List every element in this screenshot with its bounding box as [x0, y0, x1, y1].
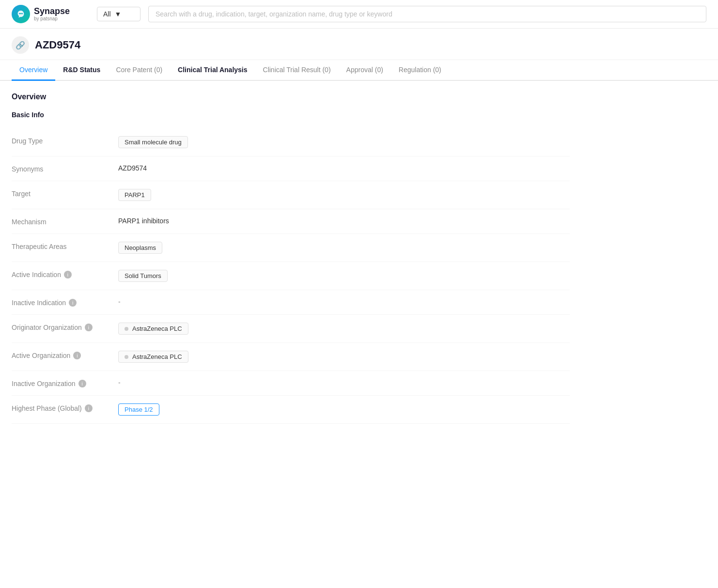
- tag-target[interactable]: PARP1: [118, 189, 151, 201]
- value-mechanism: PARP1 inhibitors: [118, 217, 570, 225]
- logo-text: Synapse by patsnap: [34, 7, 70, 22]
- logo-name: Synapse: [34, 7, 70, 16]
- info-row-inactive-indication: Inactive Indication i -: [12, 290, 570, 315]
- info-row-active-indication: Active Indication i Solid Tumors: [12, 262, 570, 290]
- info-row-drug-type: Drug Type Small molecule drug: [12, 128, 570, 156]
- tag-active-org[interactable]: AstraZeneca PLC: [118, 351, 188, 363]
- subsection-title: Basic Info: [12, 111, 570, 119]
- info-row-target: Target PARP1: [12, 181, 570, 209]
- label-highest-phase: Highest Phase (Global) i: [12, 403, 118, 412]
- org-dot-originator: [125, 327, 128, 331]
- app-header: Synapse by patsnap All ▼ Search with a d…: [0, 0, 718, 29]
- info-row-therapeutic-areas: Therapeutic Areas Neoplasms: [12, 234, 570, 262]
- tab-core-patent[interactable]: Core Patent (0): [108, 60, 170, 81]
- org-dot-active: [125, 355, 128, 359]
- search-input[interactable]: Search with a drug, indication, target, …: [148, 6, 706, 22]
- value-originator-org: AstraZeneca PLC: [118, 323, 570, 335]
- logo-area: Synapse by patsnap: [12, 5, 89, 23]
- tag-highest-phase[interactable]: Phase 1/2: [118, 403, 159, 416]
- info-icon-inactive-indication[interactable]: i: [69, 299, 77, 307]
- value-inactive-org: -: [118, 379, 570, 387]
- logo-icon: [12, 5, 30, 23]
- info-icon-active-org[interactable]: i: [73, 352, 81, 359]
- text-synonyms: AZD9574: [118, 164, 147, 172]
- info-row-active-org: Active Organization i AstraZeneca PLC: [12, 343, 570, 371]
- value-highest-phase: Phase 1/2: [118, 403, 570, 416]
- tab-clinical-trial-analysis[interactable]: Clinical Trial Analysis: [170, 60, 255, 81]
- label-drug-type: Drug Type: [12, 136, 118, 145]
- svg-point-2: [21, 13, 23, 15]
- info-icon-highest-phase[interactable]: i: [85, 404, 93, 412]
- tab-rd-status[interactable]: R&D Status: [55, 60, 108, 81]
- drug-header: 🔗 AZD9574: [0, 29, 718, 60]
- drug-icon: 🔗: [12, 36, 29, 54]
- text-inactive-org: -: [118, 379, 121, 387]
- tab-clinical-trial-result[interactable]: Clinical Trial Result (0): [255, 60, 339, 81]
- value-active-org: AstraZeneca PLC: [118, 351, 570, 363]
- svg-point-0: [19, 13, 20, 15]
- label-originator-org: Originator Organization i: [12, 323, 118, 331]
- text-inactive-indication: -: [118, 298, 121, 306]
- info-row-synonyms: Synonyms AZD9574: [12, 156, 570, 181]
- label-mechanism: Mechanism: [12, 217, 118, 226]
- text-mechanism: PARP1 inhibitors: [118, 217, 169, 225]
- info-row-inactive-org: Inactive Organization i -: [12, 371, 570, 396]
- tag-therapeutic-areas[interactable]: Neoplasms: [118, 242, 162, 254]
- label-synonyms: Synonyms: [12, 164, 118, 173]
- search-dropdown[interactable]: All ▼: [97, 7, 140, 21]
- dropdown-label: All: [103, 10, 111, 18]
- value-active-indication: Solid Tumors: [118, 270, 570, 282]
- tab-overview[interactable]: Overview: [12, 60, 55, 81]
- info-row-mechanism: Mechanism PARP1 inhibitors: [12, 209, 570, 234]
- info-row-originator-org: Originator Organization i AstraZeneca PL…: [12, 315, 570, 343]
- tag-active-indication[interactable]: Solid Tumors: [118, 270, 168, 282]
- tab-regulation[interactable]: Regulation (0): [391, 60, 449, 81]
- tag-originator-org[interactable]: AstraZeneca PLC: [118, 323, 188, 335]
- info-row-highest-phase: Highest Phase (Global) i Phase 1/2: [12, 396, 570, 424]
- value-inactive-indication: -: [118, 298, 570, 306]
- label-therapeutic-areas: Therapeutic Areas: [12, 242, 118, 250]
- svg-point-1: [20, 13, 22, 15]
- logo-sub: by patsnap: [34, 16, 70, 21]
- label-active-org: Active Organization i: [12, 351, 118, 359]
- value-therapeutic-areas: Neoplasms: [118, 242, 570, 254]
- info-icon-originator-org[interactable]: i: [85, 324, 93, 331]
- label-inactive-indication: Inactive Indication i: [12, 298, 118, 307]
- nav-tabs: Overview R&D Status Core Patent (0) Clin…: [0, 60, 718, 81]
- info-icon-active-indication[interactable]: i: [64, 271, 72, 279]
- info-icon-inactive-org[interactable]: i: [78, 380, 86, 387]
- label-inactive-org: Inactive Organization i: [12, 379, 118, 387]
- tag-drug-type: Small molecule drug: [118, 136, 188, 148]
- tab-approval[interactable]: Approval (0): [339, 60, 391, 81]
- value-synonyms: AZD9574: [118, 164, 570, 172]
- main-content: Overview Basic Info Drug Type Small mole…: [0, 81, 581, 443]
- drug-name: AZD9574: [35, 39, 80, 51]
- section-title: Overview: [12, 93, 570, 101]
- value-drug-type: Small molecule drug: [118, 136, 570, 148]
- label-active-indication: Active Indication i: [12, 270, 118, 279]
- chevron-down-icon: ▼: [115, 10, 122, 18]
- value-target: PARP1: [118, 189, 570, 201]
- label-target: Target: [12, 189, 118, 198]
